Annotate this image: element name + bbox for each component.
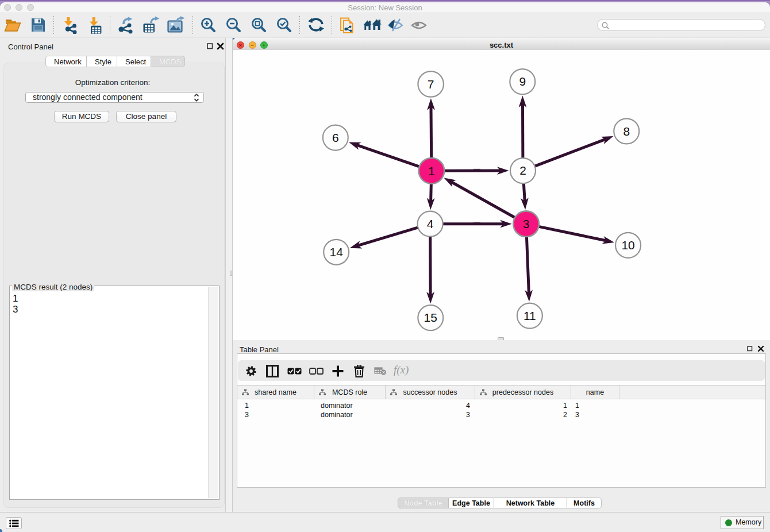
svg-text:15: 15: [424, 311, 437, 324]
svg-text:14: 14: [330, 245, 344, 259]
svg-text:7: 7: [428, 78, 434, 91]
svg-text:2: 2: [519, 164, 526, 177]
svg-text:11: 11: [523, 309, 536, 322]
svg-text:8: 8: [623, 125, 630, 138]
svg-text:10: 10: [621, 238, 634, 252]
svg-text:4: 4: [427, 217, 434, 230]
svg-text:9: 9: [519, 75, 526, 88]
svg-text:3: 3: [523, 217, 530, 230]
svg-text:1: 1: [428, 164, 435, 178]
svg-text:6: 6: [332, 131, 339, 144]
